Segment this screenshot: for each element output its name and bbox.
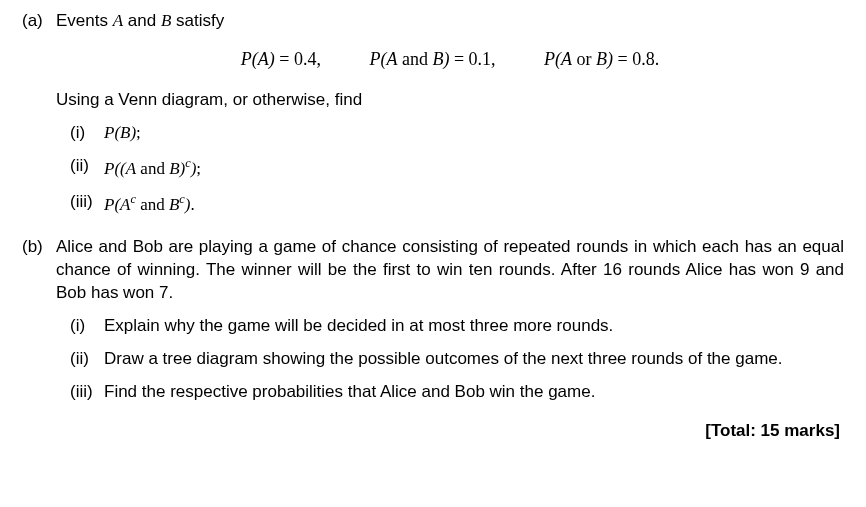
a-ii: (ii) P((A and B)c); bbox=[70, 155, 844, 181]
intro-text-pre: Events bbox=[56, 11, 113, 30]
total-marks: [Total: 15 marks] bbox=[22, 420, 844, 443]
intro-B: B bbox=[161, 11, 171, 30]
a-iii-and: and bbox=[136, 194, 169, 213]
a-ii-and: and bbox=[136, 159, 169, 178]
eq2-and: and bbox=[397, 49, 432, 69]
a-ii-num: (ii) bbox=[70, 155, 104, 181]
b-i: (i) Explain why the game will be decided… bbox=[70, 315, 844, 338]
b-iii: (iii) Find the respective probabilities … bbox=[70, 381, 844, 404]
part-a-intro: Events A and B satisfy bbox=[56, 10, 844, 33]
b-iii-num: (iii) bbox=[70, 381, 104, 404]
a-i: (i) P(B); bbox=[70, 122, 844, 145]
part-a: (a) Events A and B satisfy P(A) = 0.4, P… bbox=[22, 10, 844, 226]
a-ii-tail: ; bbox=[196, 159, 201, 178]
part-b-para: Alice and Bob are playing a game of chan… bbox=[56, 236, 844, 305]
part-a-sublist: (i) P(B); (ii) P((A and B)c); (iii) P(Ac… bbox=[56, 122, 844, 216]
part-b-sublist: (i) Explain why the game will be decided… bbox=[56, 315, 844, 404]
a-ii-mid: B) bbox=[169, 159, 185, 178]
eq2-post: B) bbox=[432, 49, 449, 69]
eq1-val: = 0.4, bbox=[275, 49, 321, 69]
a-iii-pre: P(A bbox=[104, 194, 130, 213]
eq2-pre: P(A bbox=[369, 49, 397, 69]
intro-text-post: satisfy bbox=[171, 11, 224, 30]
a-iii: (iii) P(Ac and Bc). bbox=[70, 191, 844, 217]
b-ii-num: (ii) bbox=[70, 348, 104, 371]
b-i-text: Explain why the game will be decided in … bbox=[104, 315, 844, 338]
eq2-val: = 0.1, bbox=[449, 49, 495, 69]
a-i-text: P(B); bbox=[104, 122, 844, 145]
b-ii-text: Draw a tree diagram showing the possible… bbox=[104, 348, 844, 371]
b-iii-text: Find the respective probabilities that A… bbox=[104, 381, 844, 404]
a-i-num: (i) bbox=[70, 122, 104, 145]
intro-text-mid: and bbox=[123, 11, 161, 30]
part-a-label: (a) bbox=[22, 10, 56, 226]
part-a-hint: Using a Venn diagram, or otherwise, find bbox=[56, 89, 844, 112]
eq-PAorB: P(A or B) = 0.8. bbox=[544, 47, 659, 71]
equation-row: P(A) = 0.4, P(A and B) = 0.1, P(A or B) … bbox=[56, 47, 844, 71]
part-b-body: Alice and Bob are playing a game of chan… bbox=[56, 236, 844, 414]
exam-question-page: (a) Events A and B satisfy P(A) = 0.4, P… bbox=[0, 0, 866, 453]
eq3-pre: P(A bbox=[544, 49, 572, 69]
part-b-label: (b) bbox=[22, 236, 56, 414]
eq-PA: P(A) = 0.4, bbox=[241, 47, 321, 71]
b-i-num: (i) bbox=[70, 315, 104, 338]
eq3-or: or bbox=[572, 49, 596, 69]
b-ii: (ii) Draw a tree diagram showing the pos… bbox=[70, 348, 844, 371]
a-i-expr: P(B) bbox=[104, 123, 136, 142]
a-iii-num: (iii) bbox=[70, 191, 104, 217]
a-iii-text: P(Ac and Bc). bbox=[104, 191, 844, 217]
a-iii-tail: . bbox=[190, 194, 194, 213]
eq1-lhs: P(A) bbox=[241, 49, 275, 69]
a-ii-text: P((A and B)c); bbox=[104, 155, 844, 181]
a-i-tail: ; bbox=[136, 123, 141, 142]
a-iii-mid: B bbox=[169, 194, 179, 213]
intro-A: A bbox=[113, 11, 123, 30]
eq3-val: = 0.8. bbox=[613, 49, 659, 69]
eq3-post: B) bbox=[596, 49, 613, 69]
part-a-body: Events A and B satisfy P(A) = 0.4, P(A a… bbox=[56, 10, 844, 226]
eq-PAandB: P(A and B) = 0.1, bbox=[369, 47, 495, 71]
part-b: (b) Alice and Bob are playing a game of … bbox=[22, 236, 844, 414]
a-ii-pre: P((A bbox=[104, 159, 136, 178]
